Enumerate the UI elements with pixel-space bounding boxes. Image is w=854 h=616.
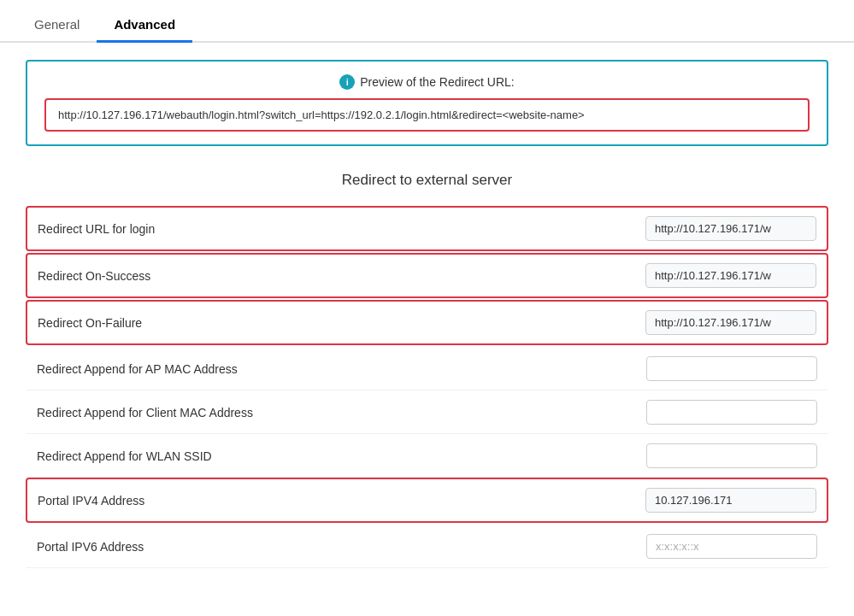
input-redirect-on-failure[interactable] bbox=[645, 310, 816, 335]
input-redirect-client-mac[interactable] bbox=[646, 400, 817, 425]
form-row-redirect-on-success: Redirect On-Success bbox=[26, 253, 828, 298]
label-redirect-ap-mac: Redirect Append for AP MAC Address bbox=[37, 362, 646, 376]
input-redirect-ap-mac[interactable] bbox=[646, 356, 817, 381]
label-redirect-on-failure: Redirect On-Failure bbox=[38, 316, 645, 330]
label-portal-ipv4: Portal IPV4 Address bbox=[38, 494, 645, 507]
form-row-redirect-url-login: Redirect URL for login bbox=[26, 206, 828, 251]
label-redirect-on-success: Redirect On-Success bbox=[38, 269, 645, 283]
label-redirect-client-mac: Redirect Append for Client MAC Address bbox=[37, 406, 646, 419]
tab-advanced[interactable]: Advanced bbox=[97, 9, 192, 43]
input-redirect-wlan-ssid[interactable] bbox=[646, 443, 817, 468]
tab-general[interactable]: General bbox=[17, 9, 97, 43]
section-title: Redirect to external server bbox=[26, 172, 828, 189]
label-redirect-url-login: Redirect URL for login bbox=[38, 222, 645, 236]
preview-label: i Preview of the Redirect URL: bbox=[44, 74, 810, 90]
info-icon: i bbox=[339, 74, 355, 90]
form-row-portal-ipv4: Portal IPV4 Address bbox=[26, 478, 828, 523]
form-row-redirect-ap-mac: Redirect Append for AP MAC Address bbox=[26, 347, 828, 390]
form-row-redirect-wlan-ssid: Redirect Append for WLAN SSID bbox=[26, 434, 828, 478]
input-portal-ipv4[interactable] bbox=[645, 488, 816, 513]
form-row-redirect-on-failure: Redirect On-Failure bbox=[26, 300, 828, 345]
label-redirect-wlan-ssid: Redirect Append for WLAN SSID bbox=[37, 449, 646, 463]
form-fields: Redirect URL for loginRedirect On-Succes… bbox=[26, 206, 828, 568]
input-redirect-on-success[interactable] bbox=[645, 263, 816, 288]
input-portal-ipv6[interactable] bbox=[646, 534, 817, 559]
tab-bar: General Advanced bbox=[0, 0, 854, 43]
preview-section: i Preview of the Redirect URL: http://10… bbox=[26, 60, 828, 146]
preview-url-box: http://10.127.196.171/webauth/login.html… bbox=[44, 98, 810, 132]
label-portal-ipv6: Portal IPV6 Address bbox=[37, 540, 646, 554]
main-content: i Preview of the Redirect URL: http://10… bbox=[0, 43, 854, 585]
input-redirect-url-login[interactable] bbox=[645, 216, 816, 241]
preview-label-text: Preview of the Redirect URL: bbox=[360, 75, 515, 89]
form-row-redirect-client-mac: Redirect Append for Client MAC Address bbox=[26, 390, 828, 434]
form-row-portal-ipv6: Portal IPV6 Address bbox=[26, 525, 828, 568]
